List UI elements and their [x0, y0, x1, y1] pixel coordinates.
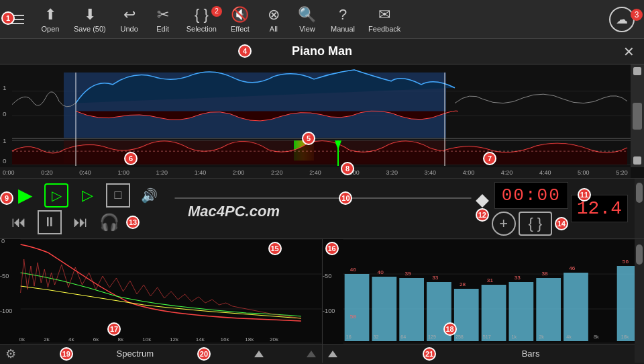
all-button[interactable]: ⊗ All [257, 3, 290, 36]
annotation-19: 19 [60, 347, 73, 361]
controls-row: 9 ▶ ▷ ▷ □ 🔊 ⏮ ⏸ ⏭ 🎧 13 10 [0, 179, 644, 239]
svg-text:32: 32 [373, 334, 378, 339]
view-icon: 🔍 [298, 6, 316, 24]
svg-text:33: 33 [432, 275, 439, 281]
spectrum-settings-button[interactable]: ⚙ [5, 347, 16, 361]
spectrum-label: Spectrum [117, 349, 154, 359]
svg-text:28: 28 [460, 281, 466, 287]
svg-rect-60 [536, 278, 561, 341]
svg-rect-48 [372, 277, 396, 341]
svg-text:39: 39 [405, 271, 411, 277]
headphones-button[interactable]: 🎧 [99, 213, 119, 232]
svg-text:56: 56 [622, 259, 629, 265]
spectrum-up-button[interactable] [254, 351, 264, 357]
feedback-icon: ✉ [378, 6, 390, 24]
svg-text:2k: 2k [44, 336, 50, 343]
spectrum-footer: ⚙ 19 Spectrum 20 [0, 344, 322, 363]
play-button[interactable]: ▶ [13, 183, 38, 208]
manual-button[interactable]: ? Manual [324, 3, 362, 36]
waveform-svg[interactable]: 1 0 1 0 [0, 64, 631, 167]
view-button[interactable]: 🔍 View [290, 3, 324, 36]
svg-text:18k: 18k [245, 336, 254, 343]
svg-text:14k: 14k [196, 336, 205, 343]
menu-button[interactable] [4, 9, 30, 30]
svg-text:-50: -50 [0, 273, 9, 279]
cloud-badge: 3 [631, 9, 643, 21]
annotation-14: 14 [555, 217, 568, 230]
annotation-4: 4 [238, 44, 252, 58]
selection-badge: 2 [211, 6, 222, 17]
save-button[interactable]: ⬇ Save (50) [67, 3, 113, 36]
svg-text:64: 64 [400, 334, 406, 339]
svg-text:0k: 0k [19, 336, 26, 343]
transport-top: 9 ▶ ▷ ▷ □ 🔊 [7, 183, 161, 208]
bars-panel: 16 18 -50 -100 46 58 40 39 [323, 239, 645, 363]
svg-text:-50: -50 [323, 273, 331, 279]
svg-text:1k: 1k [511, 334, 517, 339]
loop-play-button[interactable]: ▷ [44, 183, 68, 208]
feedback-button[interactable]: ✉ Feedback [362, 3, 407, 36]
svg-text:40: 40 [377, 269, 384, 275]
selection-button-wrap: { } Selection 2 [180, 3, 223, 36]
level-meter: 10 [174, 197, 472, 199]
edit-button[interactable]: ✂ Edit [146, 3, 180, 36]
open-icon: ⬆ [44, 6, 56, 24]
spectrum-down-button[interactable] [307, 351, 316, 357]
bars-footer: 21 Bars [323, 344, 645, 363]
svg-text:12k: 12k [170, 336, 179, 343]
spectrum-svg[interactable]: 0 -50 -100 0k 2k 4k 6k 8k 10k 12k 14k 16… [0, 239, 322, 344]
scissors-icon: ✂ [157, 6, 169, 24]
undo-icon: ↩ [123, 6, 136, 24]
add-marker-button[interactable]: + [492, 212, 516, 236]
svg-text:-100: -100 [323, 308, 335, 314]
loop-button[interactable]: { } [519, 212, 552, 236]
undo-button[interactable]: ↩ Undo [113, 3, 146, 36]
svg-rect-54 [453, 289, 478, 341]
stop-button[interactable]: □ [106, 183, 130, 208]
svg-text:16k: 16k [621, 334, 629, 339]
svg-text:33: 33 [514, 275, 521, 281]
svg-text:1: 1 [3, 137, 7, 144]
svg-text:1: 1 [3, 84, 7, 91]
svg-text:-100: -100 [0, 308, 12, 314]
rewind-button[interactable]: ⏮ [7, 210, 31, 234]
bars-up-button[interactable] [328, 351, 337, 357]
open-button[interactable]: ⬆ Open [34, 3, 67, 36]
svg-text:0: 0 [3, 111, 7, 118]
volume-button[interactable]: 🔊 [137, 183, 161, 208]
waveform-container: 6 5 7 8 1 0 1 0 [0, 64, 644, 179]
waveform-scrollbar[interactable] [631, 64, 644, 167]
annotation-9: 9 [0, 191, 13, 205]
effect-icon: 🔇 [231, 6, 249, 24]
svg-text:8k: 8k [117, 336, 124, 343]
sel-play-button[interactable]: ▷ [75, 183, 99, 208]
bars-scrollbar[interactable] [635, 239, 644, 363]
level-meter-section: 10 Mac4PC.com 12 00:00 + { } 14 [168, 179, 635, 238]
page-title: Piano Man [292, 44, 352, 58]
svg-text:0: 0 [1, 239, 5, 244]
spectrum-panel: 15 17 0 -50 -100 0k 2k 4k 6k 8k 10k 12k … [0, 239, 323, 363]
svg-text:38: 38 [541, 271, 548, 277]
svg-rect-58 [508, 282, 533, 341]
close-button[interactable]: ✕ [623, 44, 635, 60]
svg-text:2k: 2k [539, 334, 544, 339]
controls-scrollbar[interactable] [635, 179, 644, 238]
svg-text:31: 31 [486, 277, 493, 283]
svg-rect-45 [344, 274, 369, 341]
svg-text:6k: 6k [93, 336, 100, 343]
svg-text:8k: 8k [594, 334, 599, 339]
cloud-button[interactable]: ☁ [609, 7, 635, 32]
svg-rect-50 [399, 278, 424, 341]
svg-text:517: 517 [482, 334, 490, 339]
svg-rect-19 [0, 239, 322, 344]
svg-text:10k: 10k [142, 336, 152, 343]
svg-text:129: 129 [428, 334, 436, 339]
time-ruler[interactable]: 0:00 0:20 0:40 1:00 1:20 1:40 2:00 2:20 … [0, 167, 631, 178]
pause-button[interactable]: ⏸ [38, 210, 62, 234]
svg-text:16: 16 [345, 334, 351, 339]
effect-button[interactable]: 🔇 Effect [223, 3, 257, 36]
annotation-13: 13 [126, 216, 140, 229]
bars-svg[interactable]: -50 -100 46 58 40 39 33 28 31 33 [323, 239, 645, 344]
ruler-marks: 0:00 0:20 0:40 1:00 1:20 1:40 2:00 2:20 … [3, 169, 628, 176]
fast-forward-button[interactable]: ⏭ [68, 210, 93, 234]
